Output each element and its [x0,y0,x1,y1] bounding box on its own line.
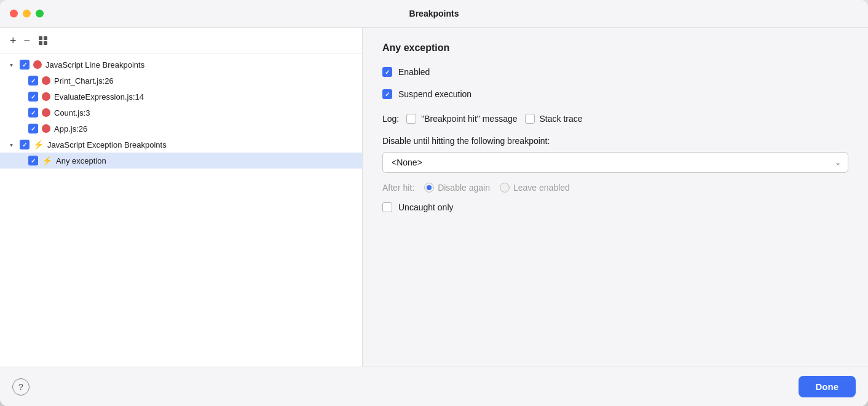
svg-rect-1 [44,36,47,40]
breakpoint-count[interactable]: Count.js:3 [0,105,362,121]
enabled-label: Enabled [398,67,430,77]
lightning-icon: ⚡ [33,140,44,149]
js-line-breakpoints-group: ▾ JavaScript Line Breakpoints Print_Char… [0,57,362,137]
section-title: Any exception [382,42,848,54]
print-chart-checkbox[interactable] [28,76,38,86]
remove-breakpoint-button[interactable]: − [23,34,32,47]
js-line-breakpoints-header[interactable]: ▾ JavaScript Line Breakpoints [0,57,362,73]
svg-rect-0 [39,36,42,40]
disable-until-label: Disable until hitting the following brea… [382,136,848,146]
done-button[interactable]: Done [799,376,856,397]
breakpoint-dot-icon [42,92,50,101]
evaluate-expression-checkbox[interactable] [28,92,38,102]
js-exception-breakpoints-group: ▾ ⚡ JavaScript Exception Breakpoints ⚡ A… [0,137,362,169]
stack-trace-checkbox[interactable] [525,114,535,124]
leave-enabled-radio[interactable] [500,183,510,193]
breakpoints-tree: ▾ JavaScript Line Breakpoints Print_Char… [0,54,362,367]
chevron-down-icon: ▾ [6,60,16,70]
main-content: + − ▾ [0,28,868,367]
breakpoints-window: Breakpoints + − [0,0,868,406]
breakpoint-dot-icon [42,124,50,133]
app-label: App.js:26 [54,124,87,133]
section-header: Any exception [382,42,848,57]
app-checkbox[interactable] [28,124,38,133]
breakpoints-icon-button[interactable] [36,34,50,47]
js-exception-breakpoints-label: JavaScript Exception Breakpoints [47,140,167,149]
print-chart-label: Print_Chart.js:26 [54,76,114,86]
close-button[interactable] [10,10,18,18]
uncaught-checkbox[interactable] [382,202,392,212]
breakpoint-app[interactable]: App.js:26 [0,121,362,137]
log-option-1: "Breakpoint hit" message [406,114,517,124]
lightning-icon: ⚡ [42,156,52,165]
breakpoint-print-chart[interactable]: Print_Chart.js:26 [0,73,362,89]
window-title: Breakpoints [409,9,459,18]
footer: ? Done [0,367,868,406]
log-message-label: "Breakpoint hit" message [421,114,517,124]
left-panel: + − ▾ [0,28,363,367]
count-label: Count.js:3 [54,108,90,117]
any-exception-checkbox[interactable] [28,156,38,165]
breakpoint-evaluate-expression[interactable]: EvaluateExpression.js:14 [0,89,362,105]
js-exception-breakpoints-header[interactable]: ▾ ⚡ JavaScript Exception Breakpoints [0,137,362,153]
suspend-row: Suspend execution [382,89,848,99]
js-line-breakpoints-checkbox[interactable] [20,60,30,70]
window-controls [10,10,44,18]
enabled-row: Enabled [382,67,848,77]
breakpoint-dot-icon [33,60,42,69]
stack-trace-label: Stack trace [540,114,583,124]
leave-enabled-label: Leave enabled [513,183,570,193]
svg-rect-2 [39,41,42,45]
suspend-checkbox[interactable] [382,89,392,99]
minimize-button[interactable] [23,10,31,18]
maximize-button[interactable] [36,10,44,18]
evaluate-expression-label: EvaluateExpression.js:14 [54,92,144,102]
breakpoint-dot-icon [42,76,50,85]
uncaught-label: Uncaught only [398,202,454,212]
disable-again-label: Disable again [438,183,490,193]
title-bar: Breakpoints [0,0,868,28]
log-row: Log: "Breakpoint hit" message Stack trac… [382,114,848,124]
after-hit-row: After hit: Disable again Leave enabled [382,183,848,193]
any-exception-label: Any exception [56,156,106,165]
breakpoint-dropdown-wrapper: <None> ⌄ [382,152,848,173]
log-label: Log: [382,114,399,124]
enabled-checkbox[interactable] [382,67,392,77]
log-option-2: Stack trace [525,114,583,124]
svg-rect-3 [44,41,47,45]
breakpoints-toolbar: + − [0,28,362,54]
help-button[interactable]: ? [12,378,30,396]
leave-enabled-option[interactable]: Leave enabled [500,183,570,193]
breakpoint-dot-icon [42,108,50,117]
add-breakpoint-button[interactable]: + [9,34,18,47]
suspend-label: Suspend execution [398,89,471,99]
disable-again-option[interactable]: Disable again [424,183,490,193]
chevron-down-icon: ▾ [6,140,16,149]
disable-until-row: Disable until hitting the following brea… [382,136,848,173]
js-line-breakpoints-label: JavaScript Line Breakpoints [45,60,144,70]
right-panel: Any exception Enabled Suspend execution … [363,28,868,367]
log-message-checkbox[interactable] [406,114,416,124]
disable-again-radio[interactable] [424,183,434,193]
js-exception-breakpoints-checkbox[interactable] [20,140,30,149]
count-checkbox[interactable] [28,108,38,117]
any-exception-item[interactable]: ⚡ Any exception [0,153,362,169]
after-hit-label: After hit: [382,183,414,193]
uncaught-row: Uncaught only [382,202,848,212]
breakpoint-dropdown[interactable]: <None> [382,152,848,173]
